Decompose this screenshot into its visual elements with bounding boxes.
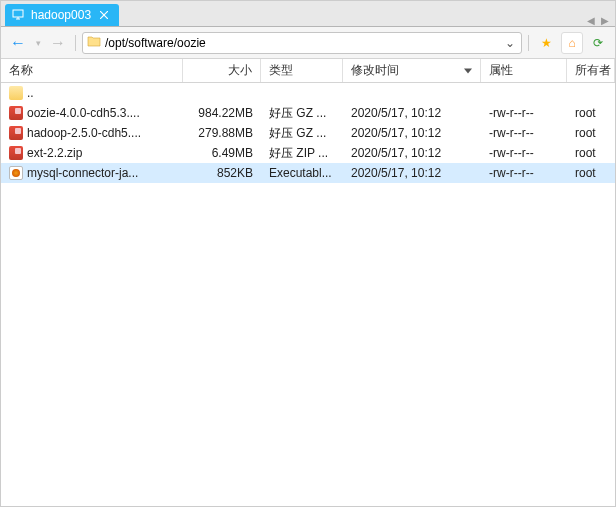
table-row[interactable]: ext-2.2.zip6.49MB好压 ZIP ...2020/5/17, 10… xyxy=(1,143,615,163)
file-mtime: 2020/5/17, 10:12 xyxy=(343,103,481,123)
file-list[interactable]: ..oozie-4.0.0-cdh5.3....984.22MB好压 GZ ..… xyxy=(1,83,615,506)
file-type: 好压 ZIP ... xyxy=(261,143,343,163)
navigation-bar: ← ▾ → ⌄ ★ ⌂ ⟳ xyxy=(1,27,615,59)
file-type: Executabl... xyxy=(261,163,343,183)
separator xyxy=(75,35,76,51)
home-button[interactable]: ⌂ xyxy=(561,32,583,54)
file-size: 984.22MB xyxy=(183,103,261,123)
forward-button[interactable]: → xyxy=(47,32,69,54)
table-row[interactable]: oozie-4.0.0-cdh5.3....984.22MB好压 GZ ...2… xyxy=(1,103,615,123)
file-name: oozie-4.0.0-cdh5.3.... xyxy=(27,106,140,120)
jar-icon xyxy=(9,166,23,180)
monitor-icon xyxy=(11,8,25,22)
file-owner: root xyxy=(567,103,615,123)
parent-dir-row[interactable]: .. xyxy=(1,83,615,103)
refresh-button[interactable]: ⟳ xyxy=(587,32,609,54)
tab-next-icon[interactable]: ▶ xyxy=(599,14,611,26)
file-owner: root xyxy=(567,143,615,163)
path-bar: ⌄ xyxy=(82,32,522,54)
back-dropdown[interactable]: ▾ xyxy=(33,32,43,54)
folder-up-icon xyxy=(9,86,23,100)
col-name[interactable]: 名称 xyxy=(1,59,183,82)
tab-active[interactable]: hadoop003 xyxy=(5,4,119,26)
file-mtime: 2020/5/17, 10:12 xyxy=(343,143,481,163)
col-type[interactable]: 类型 xyxy=(261,59,343,82)
separator xyxy=(528,35,529,51)
file-attrs: -rw-r--r-- xyxy=(481,143,567,163)
chevron-down-icon[interactable]: ⌄ xyxy=(503,36,517,50)
file-size: 852KB xyxy=(183,163,261,183)
file-mtime: 2020/5/17, 10:12 xyxy=(343,123,481,143)
svg-rect-0 xyxy=(13,10,23,17)
file-size: 279.88MB xyxy=(183,123,261,143)
file-attrs: -rw-r--r-- xyxy=(481,103,567,123)
file-owner: root xyxy=(567,163,615,183)
tab-scroll-controls: ◀ ▶ xyxy=(585,14,611,26)
file-type: 好压 GZ ... xyxy=(261,103,343,123)
file-name: ext-2.2.zip xyxy=(27,146,82,160)
back-button[interactable]: ← xyxy=(7,32,29,54)
column-headers: 名称 大小 类型 修改时间 属性 所有者 xyxy=(1,59,615,83)
archive-icon xyxy=(9,106,23,120)
file-mtime: 2020/5/17, 10:12 xyxy=(343,163,481,183)
col-attrs[interactable]: 属性 xyxy=(481,59,567,82)
file-name: .. xyxy=(27,86,34,100)
file-attrs: -rw-r--r-- xyxy=(481,163,567,183)
file-name: mysql-connector-ja... xyxy=(27,166,138,180)
table-row[interactable]: hadoop-2.5.0-cdh5....279.88MB好压 GZ ...20… xyxy=(1,123,615,143)
file-attrs: -rw-r--r-- xyxy=(481,123,567,143)
table-row[interactable]: mysql-connector-ja...852KBExecutabl...20… xyxy=(1,163,615,183)
close-icon[interactable] xyxy=(97,8,111,22)
file-type: 好压 GZ ... xyxy=(261,123,343,143)
bookmark-button[interactable]: ★ xyxy=(535,32,557,54)
col-size[interactable]: 大小 xyxy=(183,59,261,82)
file-size: 6.49MB xyxy=(183,143,261,163)
tab-prev-icon[interactable]: ◀ xyxy=(585,14,597,26)
col-mtime[interactable]: 修改时间 xyxy=(343,59,481,82)
folder-icon xyxy=(87,35,101,50)
tab-title: hadoop003 xyxy=(31,8,91,22)
file-name: hadoop-2.5.0-cdh5.... xyxy=(27,126,141,140)
col-owner[interactable]: 所有者 xyxy=(567,59,615,82)
path-input[interactable] xyxy=(105,33,499,53)
tab-bar: hadoop003 ◀ ▶ xyxy=(1,1,615,27)
file-owner: root xyxy=(567,123,615,143)
archive-icon xyxy=(9,126,23,140)
archive-icon xyxy=(9,146,23,160)
